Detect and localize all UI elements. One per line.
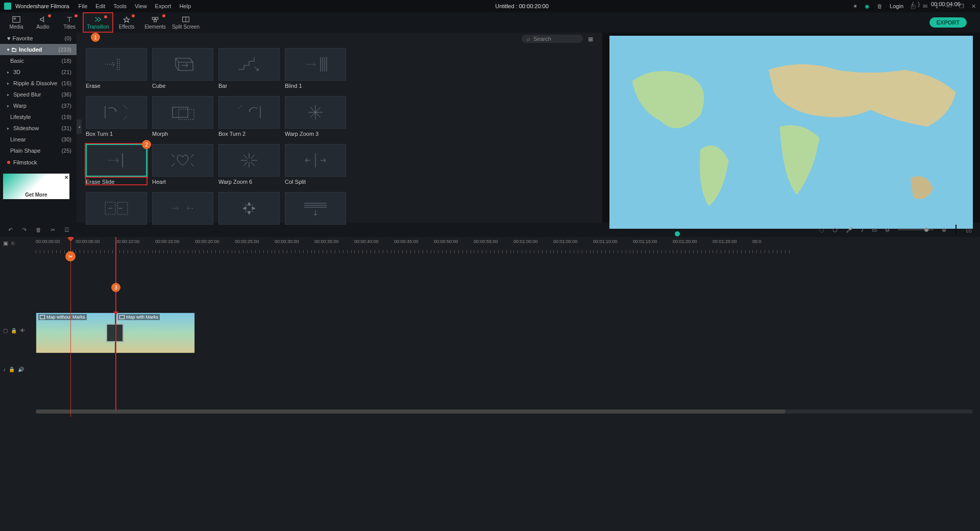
sidebar-item-linear[interactable]: Linear(30): [0, 134, 77, 145]
menu-edit[interactable]: Edit: [95, 3, 105, 9]
undo-icon[interactable]: ↶: [8, 227, 13, 233]
app-name: Wondershare Filmora: [15, 3, 69, 9]
playhead-scissor-icon[interactable]: ✂: [65, 251, 76, 261]
track-lock-icon[interactable]: 🔒: [11, 328, 17, 333]
mark-out-icon[interactable]: }: [918, 1, 920, 7]
audio-track-icon[interactable]: ♪: [3, 367, 6, 372]
transition-erase[interactable]: Erase: [86, 48, 147, 89]
collapse-sidebar-icon[interactable]: ◂: [77, 119, 82, 134]
sidebar-item-slideshow[interactable]: ▸Slideshow(31): [0, 123, 77, 134]
timeline-scrollbar[interactable]: [36, 409, 973, 414]
track-mute-icon[interactable]: 🔊: [18, 367, 24, 372]
menu-help[interactable]: Help: [179, 3, 191, 9]
delete-icon[interactable]: 🗑: [877, 3, 883, 9]
zoom-knob-icon[interactable]: [924, 228, 928, 232]
lightbulb-icon[interactable]: ✷: [853, 3, 857, 10]
transition-row4-3[interactable]: [218, 192, 280, 227]
subtitle-icon[interactable]: ▭: [872, 227, 877, 233]
mark-in-icon[interactable]: {: [912, 1, 914, 7]
close-icon[interactable]: ✕: [971, 3, 976, 10]
menu-file[interactable]: File: [79, 3, 88, 9]
sidebar-item-3d[interactable]: ▸3D(21): [0, 66, 77, 78]
magnet-icon[interactable]: ⎋: [11, 240, 15, 247]
transition-blind1[interactable]: Blind 1: [285, 48, 346, 89]
adjust-icon[interactable]: ☲: [64, 227, 69, 233]
login-button[interactable]: Login: [890, 3, 903, 9]
menu-view[interactable]: View: [135, 3, 147, 9]
redo-icon[interactable]: ↷: [22, 227, 27, 233]
clip-map-no-marks[interactable]: Map without Marks: [36, 312, 115, 353]
chevron-right-icon: ▸: [7, 70, 9, 75]
tab-effects[interactable]: Effects: [113, 12, 140, 33]
transition-morph[interactable]: Morph: [152, 96, 213, 137]
applied-transition[interactable]: [106, 324, 124, 342]
chevron-right-icon: ▸: [7, 104, 9, 108]
marker-icon[interactable]: ⬡: [832, 227, 838, 233]
search-input[interactable]: ⌕Search: [522, 35, 583, 43]
tab-transition[interactable]: Transition: [83, 12, 113, 33]
transition-warpzoom6[interactable]: Warp Zoom 6: [218, 144, 280, 185]
sidebar-item-lifestyle[interactable]: Lifestyle(19): [0, 111, 77, 123]
preview-timecode: 00:00:04:06: [931, 1, 961, 7]
preview-video[interactable]: [609, 36, 973, 229]
mixer-icon[interactable]: ▯▯: [966, 227, 972, 233]
clip-map-with-marks[interactable]: Map with Marks: [115, 312, 195, 353]
video-track[interactable]: ▢🔒👁 Map without Marks Map with Marks: [0, 312, 980, 353]
promo-banner[interactable]: ✕Get More: [3, 174, 69, 199]
transition-warpzoom3[interactable]: Warp Zoom 3: [285, 96, 346, 137]
music-icon[interactable]: ♪: [861, 227, 864, 233]
split-icon[interactable]: ✂: [51, 227, 55, 233]
annotation-arrow-icon: [113, 311, 118, 316]
render-icon[interactable]: ◌: [819, 227, 824, 233]
menu-tools[interactable]: Tools: [113, 3, 127, 9]
sidebar-favorite[interactable]: ♥ Favorite(0): [0, 33, 77, 44]
tab-elements[interactable]: Elements: [140, 12, 170, 33]
support-icon[interactable]: ◉: [865, 3, 870, 10]
tab-media[interactable]: Media: [3, 12, 30, 33]
delete-clip-icon[interactable]: 🗑: [36, 227, 41, 233]
tab-audio[interactable]: Audio: [30, 12, 56, 33]
menu-export[interactable]: Export: [155, 3, 172, 9]
grid-view-icon[interactable]: ▦: [588, 36, 593, 42]
transition-heart[interactable]: Heart: [152, 144, 213, 185]
transition-boxturn2[interactable]: Box Turn 2: [218, 96, 280, 137]
sidebar-item-speedblur[interactable]: ▸Speed Blur(36): [0, 89, 77, 100]
sidebar-item-ripple[interactable]: ▸Ripple & Dissolve(16): [0, 78, 77, 89]
zoom-out-icon[interactable]: ⊖: [885, 227, 890, 233]
red-dot-icon: [7, 161, 10, 164]
timeline-mode-icon[interactable]: ▣: [3, 240, 8, 247]
zoom-in-icon[interactable]: ⊕: [942, 227, 946, 233]
sidebar-filmstock[interactable]: Filmstock: [0, 156, 77, 168]
timeline-zoom-slider[interactable]: [898, 229, 934, 230]
svg-line-36: [251, 155, 255, 159]
track-lock-icon[interactable]: 🔒: [9, 367, 15, 372]
transition-browser: ⌕Search ▦ ◂ Erase Cube Bar Blind 1 Box T…: [77, 33, 602, 223]
track-visible-icon[interactable]: 👁: [20, 328, 25, 333]
sidebar-item-basic[interactable]: Basic(18): [0, 55, 77, 66]
chevron-right-icon: ▸: [7, 126, 9, 131]
transition-row4-4[interactable]: [285, 192, 346, 227]
export-button[interactable]: EXPORT: [929, 17, 967, 28]
transition-cube[interactable]: Cube: [152, 48, 213, 89]
chevron-right-icon: ▸: [7, 92, 9, 97]
audio-track[interactable]: ♪🔒🔊: [0, 364, 980, 378]
chevron-right-icon: ▸: [7, 81, 9, 86]
scrollbar-thumb[interactable]: [36, 409, 786, 414]
playhead[interactable]: ✂: [70, 237, 71, 417]
track-mute-icon[interactable]: ▢: [3, 328, 8, 333]
sidebar-included[interactable]: ▾ 🗀 Included(233): [0, 44, 77, 55]
transition-bar[interactable]: Bar: [218, 48, 280, 89]
voiceover-icon[interactable]: 🎤: [846, 227, 853, 233]
close-promo-icon[interactable]: ✕: [64, 175, 68, 180]
svg-rect-0: [13, 16, 20, 22]
transition-colsplit[interactable]: Col Split: [285, 144, 346, 185]
sidebar-item-warp[interactable]: ▸Warp(37): [0, 100, 77, 111]
tab-split-screen[interactable]: Split Screen: [170, 12, 201, 33]
transition-boxturn1[interactable]: Box Turn 1: [86, 96, 147, 137]
transition-row4-1[interactable]: [86, 192, 147, 227]
transition-row4-2[interactable]: [152, 192, 213, 227]
tab-titles[interactable]: Titles: [56, 12, 83, 33]
timeline-ruler[interactable]: 00:00:00:00 00:00:05:00 00:00:10:00 00:0…: [36, 237, 980, 253]
sidebar-item-plainshape[interactable]: Plain Shape(25): [0, 145, 77, 156]
transition-eraseslide[interactable]: 2Erase Slide: [86, 144, 147, 185]
